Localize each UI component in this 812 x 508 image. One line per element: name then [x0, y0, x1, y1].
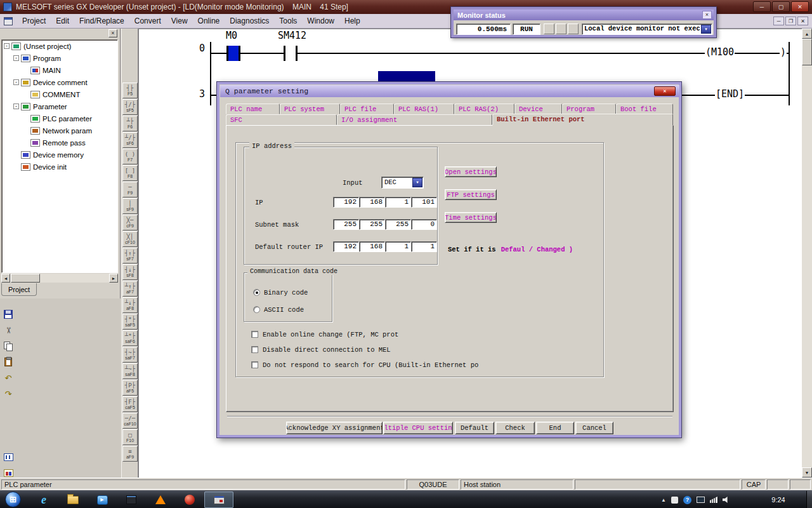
- contact-sm412[interactable]: [284, 46, 298, 61]
- checkbox-row-0[interactable]: Enable online change (FTP, MC prot: [251, 330, 398, 338]
- end-button[interactable]: End: [536, 422, 574, 434]
- menu-window[interactable]: Window: [302, 15, 339, 27]
- scroll-thumb[interactable]: [802, 39, 812, 65]
- tree-expander-icon[interactable]: -: [13, 55, 19, 61]
- tree-item-plc-parameter[interactable]: PLC parameter: [2, 112, 117, 124]
- tree-item-device-comment[interactable]: -Device comment: [2, 76, 117, 88]
- tool-find-string-button[interactable]: [1, 434, 15, 448]
- taskbar-app-gx[interactable]: [204, 491, 233, 508]
- ladder-tool-sf5[interactable]: ┤/├sF5: [122, 99, 138, 115]
- default-button[interactable]: Default: [455, 422, 494, 434]
- menu-edit[interactable]: Edit: [51, 15, 74, 27]
- check-button[interactable]: Check: [495, 422, 535, 434]
- maximize-button[interactable]: ▢: [772, 1, 790, 12]
- tray-network-icon[interactable]: [710, 497, 717, 503]
- input-format-combo[interactable]: DEC ▼: [381, 177, 424, 189]
- tab-plc-name[interactable]: PLC name: [226, 104, 280, 114]
- tree-item-network-param[interactable]: Network param: [2, 124, 117, 137]
- ladder-tool-f6[interactable]: ┴├F6: [122, 116, 138, 131]
- project-panel-tab[interactable]: Project: [1, 283, 37, 296]
- tab-boot-file[interactable]: Boot file: [616, 104, 673, 114]
- tray-display-icon[interactable]: [697, 497, 705, 503]
- ladder-tool-sf8[interactable]: ┤↓├sF8: [122, 264, 138, 280]
- ladder-tool-saf7[interactable]: ┤~├saF7: [122, 347, 138, 363]
- coil-m100[interactable]: (M100: [705, 47, 735, 57]
- tool-redo-button[interactable]: [1, 387, 15, 401]
- scroll-right-button[interactable]: ►: [109, 274, 118, 283]
- chevron-down-icon[interactable]: ▼: [701, 25, 711, 34]
- menu-help[interactable]: Help: [339, 15, 365, 27]
- tree-item-main[interactable]: MAIN: [2, 64, 117, 76]
- ladder-tool-f8[interactable]: [ ]F8: [122, 165, 138, 181]
- ladder-tool-af9[interactable]: ≡aF9: [122, 446, 138, 462]
- ladder-tool-saf8[interactable]: ┴~├saF8: [122, 363, 138, 379]
- binary-code-radio[interactable]: Binary code: [253, 288, 308, 297]
- ladder-tool-af5[interactable]: ┤P├aF5: [122, 380, 138, 396]
- ladder-vscrollbar[interactable]: ▲ ▼: [802, 29, 812, 478]
- scroll-thumb[interactable]: [11, 274, 40, 283]
- ip-octet-input[interactable]: 255: [333, 219, 359, 230]
- mdi-minimize-button[interactable]: ─: [773, 17, 784, 25]
- ip-octet-input[interactable]: 255: [385, 219, 411, 230]
- tree-expander-icon[interactable]: -: [13, 104, 19, 109]
- tree-item-program[interactable]: -Program: [2, 52, 117, 64]
- chevron-down-icon[interactable]: ▼: [412, 178, 422, 187]
- menu-convert[interactable]: Convert: [129, 15, 166, 27]
- tab-i-o-assignment[interactable]: I/O assignment: [337, 114, 492, 125]
- tool-find-instruction-button[interactable]: [1, 418, 15, 432]
- ladder-tool-caf10[interactable]: ─/─caF10: [122, 413, 138, 429]
- tray-chip-icon[interactable]: [671, 497, 678, 504]
- ladder-tool-caf5[interactable]: ┤F├caF5: [122, 396, 138, 412]
- local-device-monitor-combo[interactable]: Local device monitor not execu ▼: [582, 23, 712, 35]
- ladder-tool-saf5[interactable]: ┤*├saF5: [122, 314, 138, 330]
- tree-item-device-memory[interactable]: Device memory: [2, 149, 117, 161]
- scroll-left-button[interactable]: ◄: [1, 274, 10, 283]
- ip-octet-input[interactable]: 1: [411, 241, 437, 252]
- menu-tools[interactable]: Tools: [274, 15, 302, 27]
- tray-volume-icon[interactable]: [723, 497, 730, 503]
- tray-expand-icon[interactable]: ▲: [661, 497, 666, 503]
- ip-octet-input[interactable]: 101: [411, 197, 437, 208]
- tool-paste-button[interactable]: [1, 355, 15, 369]
- tool-find-device-button[interactable]: [1, 403, 15, 417]
- tab-built-in-ethernet-port[interactable]: Built-in Ethernet port: [492, 114, 673, 126]
- menu-diagnostics[interactable]: Diagnostics: [225, 15, 274, 27]
- ladder-tool-af7[interactable]: ┴↑├aF7: [122, 281, 138, 297]
- mdi-child-icon[interactable]: [4, 17, 13, 25]
- ftp-settings-button[interactable]: FTP settings: [445, 189, 497, 200]
- tab-device[interactable]: Device: [514, 104, 562, 114]
- taskbar-app-ie[interactable]: e: [29, 491, 58, 508]
- ip-octet-input[interactable]: 168: [359, 241, 385, 252]
- project-tree-hscrollbar[interactable]: ◄ ►: [1, 274, 118, 283]
- monitor-status-titlebar[interactable]: Monitor status: [454, 10, 714, 20]
- ladder-tool-f7[interactable]: ( )F7: [122, 149, 138, 164]
- taskbar-clock[interactable]: 9:24: [760, 491, 797, 508]
- ladder-tool-f9[interactable]: ─F9: [122, 182, 138, 197]
- ip-octet-input[interactable]: 1: [385, 197, 411, 208]
- ladder-tool-sf7[interactable]: ┤↑├sF7: [122, 248, 138, 264]
- tab-sfc[interactable]: SFC: [226, 114, 337, 125]
- taskbar-app-red-ball[interactable]: [175, 491, 204, 508]
- tab-plc-file[interactable]: PLC file: [340, 104, 394, 114]
- taskbar-app-app-dark[interactable]: [117, 491, 146, 508]
- menu-find-replace[interactable]: Find/Replace: [74, 15, 129, 27]
- monitor-indicator[interactable]: [556, 23, 566, 34]
- tree-item-comment[interactable]: COMMENT: [2, 88, 117, 100]
- monitor-indicator[interactable]: [544, 23, 554, 34]
- close-button[interactable]: ✕: [791, 1, 809, 12]
- tree-item-unset-project[interactable]: -(Unset project): [2, 40, 117, 52]
- ladder-tool-f5[interactable]: ┤├F5: [122, 83, 138, 98]
- ladder-tool-cf9[interactable]: ╳─cF9: [122, 215, 138, 231]
- ascii-code-radio[interactable]: ASCII code: [253, 305, 304, 314]
- tree-expander-icon[interactable]: -: [13, 79, 19, 85]
- tray-help-icon[interactable]: ?: [683, 496, 691, 504]
- ladder-tool-cf10[interactable]: ╳│cF10: [122, 231, 138, 247]
- ip-octet-input[interactable]: 168: [359, 197, 385, 208]
- tool-save-button[interactable]: [1, 307, 15, 321]
- cancel-button[interactable]: Cancel: [575, 422, 613, 434]
- tab-plc-ras-1[interactable]: PLC RAS(1): [394, 104, 454, 114]
- monitor-close-button[interactable]: ×: [702, 11, 712, 19]
- time-settings-button[interactable]: Time settings: [445, 212, 497, 223]
- show-desktop-button[interactable]: [806, 491, 812, 508]
- ip-octet-input[interactable]: 255: [359, 219, 385, 230]
